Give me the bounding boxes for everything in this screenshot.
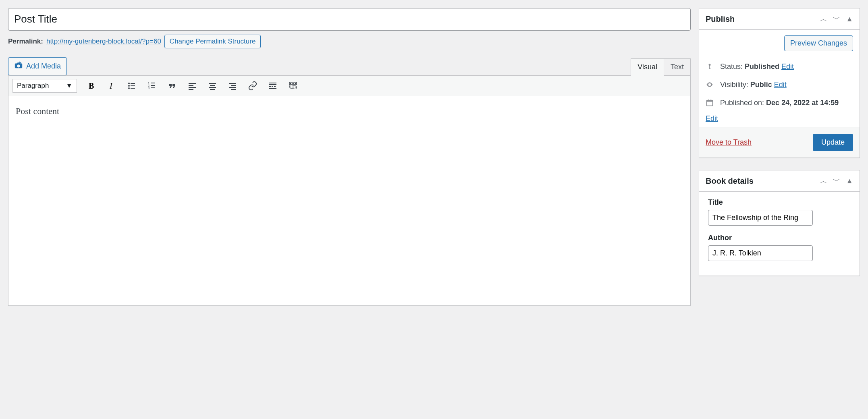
svg-rect-16 xyxy=(189,85,193,86)
svg-point-3 xyxy=(128,83,130,84)
svg-rect-40 xyxy=(292,87,293,87)
status-edit-link[interactable]: Edit xyxy=(781,62,794,71)
chevron-down-icon: ▼ xyxy=(66,82,73,90)
publish-panel-title: Publish xyxy=(706,15,735,24)
svg-text:B: B xyxy=(89,81,94,90)
svg-rect-12 xyxy=(151,85,155,86)
svg-rect-49 xyxy=(708,100,709,101)
svg-rect-41 xyxy=(293,87,294,87)
svg-text:3: 3 xyxy=(148,87,150,89)
svg-rect-42 xyxy=(295,87,296,87)
align-center-button[interactable] xyxy=(207,80,218,91)
svg-rect-39 xyxy=(290,87,291,87)
chevron-down-icon[interactable]: ﹀ xyxy=(833,14,840,24)
svg-rect-18 xyxy=(189,89,193,90)
svg-rect-19 xyxy=(209,83,216,84)
svg-rect-50 xyxy=(711,100,712,101)
key-icon xyxy=(706,62,714,73)
permalink-url[interactable]: http://my-gutenberg-block.local/?p=60 xyxy=(46,37,161,46)
bold-button[interactable]: B xyxy=(86,80,97,91)
book-author-label: Author xyxy=(708,234,851,242)
svg-rect-14 xyxy=(151,87,155,88)
svg-rect-10 xyxy=(151,83,155,83)
change-permalink-button[interactable]: Change Permalink Structure xyxy=(164,35,261,48)
format-select[interactable]: Paragraph ▼ xyxy=(12,79,77,93)
toolbar-toggle-button[interactable] xyxy=(287,80,299,91)
svg-rect-32 xyxy=(269,88,276,89)
triangle-up-icon[interactable]: ▲ xyxy=(846,177,853,185)
svg-rect-36 xyxy=(293,83,294,84)
tab-text[interactable]: Text xyxy=(664,58,691,76)
calendar-icon xyxy=(706,99,714,109)
update-button[interactable]: Update xyxy=(813,134,853,151)
post-title-input[interactable] xyxy=(8,8,691,31)
svg-point-0 xyxy=(18,65,19,67)
visibility-value: Public xyxy=(750,81,772,89)
tab-visual[interactable]: Visual xyxy=(631,58,664,76)
post-content-editor[interactable]: Post content xyxy=(8,96,691,306)
published-edit-link[interactable]: Edit xyxy=(706,114,853,123)
svg-rect-4 xyxy=(131,83,135,84)
triangle-up-icon[interactable]: ▲ xyxy=(846,15,853,23)
svg-point-46 xyxy=(709,84,710,85)
visibility-label: Visibility: xyxy=(720,81,748,89)
svg-rect-48 xyxy=(707,100,713,102)
align-right-button[interactable] xyxy=(227,80,238,91)
svg-point-5 xyxy=(128,85,130,87)
italic-button[interactable]: I xyxy=(106,80,117,91)
svg-rect-17 xyxy=(189,87,196,88)
move-to-trash-link[interactable]: Move to Trash xyxy=(706,138,752,147)
permalink-row: Permalink: http://my-gutenberg-block.loc… xyxy=(8,35,691,48)
svg-rect-22 xyxy=(210,89,215,90)
editor-tabs: Visual Text xyxy=(631,58,691,76)
add-media-label: Add Media xyxy=(26,62,61,71)
link-button[interactable] xyxy=(247,80,258,91)
editor-toolbar: Paragraph ▼ B I 123 xyxy=(8,75,691,96)
svg-rect-23 xyxy=(229,83,236,84)
svg-rect-6 xyxy=(131,85,135,86)
svg-rect-28 xyxy=(269,84,276,85)
svg-rect-44 xyxy=(709,66,710,69)
status-label: Status: xyxy=(720,62,743,71)
bullet-list-button[interactable] xyxy=(126,80,137,91)
svg-rect-25 xyxy=(229,87,236,88)
book-details-panel: Book details ︿ ﹀ ▲ Title Author xyxy=(699,170,860,276)
svg-rect-30 xyxy=(272,86,273,87)
permalink-label: Permalink: xyxy=(8,37,43,46)
book-title-input[interactable] xyxy=(708,210,813,226)
status-value: Published xyxy=(745,62,779,71)
blockquote-button[interactable] xyxy=(166,80,178,91)
published-value: Dec 24, 2022 at 14:59 xyxy=(766,99,839,107)
format-selected-label: Paragraph xyxy=(17,82,49,90)
chevron-up-icon[interactable]: ︿ xyxy=(820,176,827,186)
svg-rect-21 xyxy=(209,87,216,88)
preview-changes-button[interactable]: Preview Changes xyxy=(784,35,853,51)
svg-rect-15 xyxy=(189,83,196,84)
chevron-down-icon[interactable]: ﹀ xyxy=(833,176,840,186)
svg-point-7 xyxy=(128,87,130,89)
svg-rect-8 xyxy=(131,88,135,89)
align-left-button[interactable] xyxy=(187,80,198,91)
read-more-button[interactable] xyxy=(267,80,278,91)
book-title-label: Title xyxy=(708,198,851,207)
svg-rect-20 xyxy=(210,85,215,86)
publish-panel: Publish ︿ ﹀ ▲ Preview Changes Status: Pu… xyxy=(699,8,860,158)
svg-rect-31 xyxy=(274,86,276,87)
svg-rect-45 xyxy=(709,68,710,68)
chevron-up-icon[interactable]: ︿ xyxy=(820,14,827,24)
svg-rect-29 xyxy=(269,86,271,87)
svg-rect-27 xyxy=(269,83,276,83)
published-label: Published on: xyxy=(720,99,764,107)
svg-text:I: I xyxy=(109,81,113,90)
svg-rect-26 xyxy=(231,89,236,90)
visibility-edit-link[interactable]: Edit xyxy=(774,81,787,89)
numbered-list-button[interactable]: 123 xyxy=(146,80,158,91)
eye-icon xyxy=(706,81,714,91)
add-media-button[interactable]: Add Media xyxy=(8,57,67,75)
camera-icon xyxy=(14,61,23,72)
svg-rect-35 xyxy=(292,83,293,84)
svg-rect-34 xyxy=(290,83,291,84)
book-details-title: Book details xyxy=(706,176,754,186)
svg-rect-24 xyxy=(231,85,236,86)
book-author-input[interactable] xyxy=(708,245,813,261)
